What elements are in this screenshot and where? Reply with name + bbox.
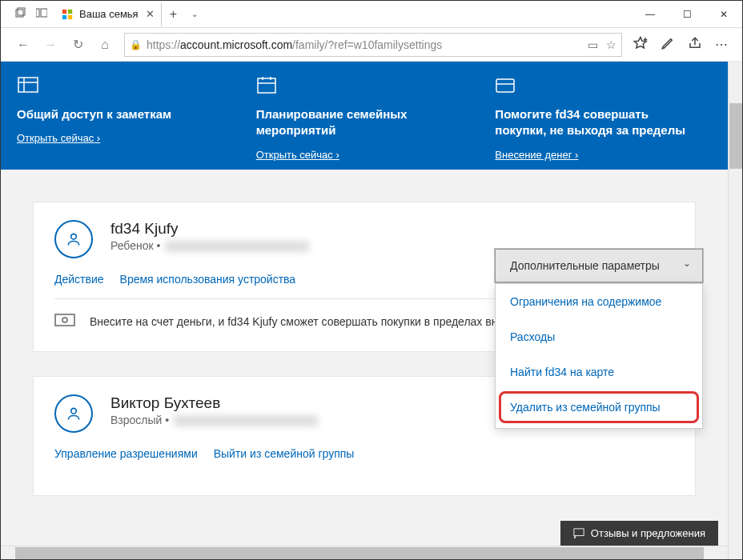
svg-rect-3	[41, 9, 47, 17]
ms-favicon-icon	[62, 9, 73, 20]
minimize-button[interactable]: —	[632, 1, 669, 28]
member-email-blurred	[174, 415, 318, 426]
member-link-leave-family[interactable]: Выйти из семейной группы	[214, 447, 355, 460]
hero-card-notes: Общий доступ к заметкам Открыть сейчас	[17, 76, 234, 162]
svg-rect-13	[258, 78, 275, 93]
lock-icon: 🔒	[130, 39, 142, 50]
tab-title: Ваша семья	[79, 8, 139, 20]
maximize-button[interactable]: ☐	[669, 1, 705, 28]
svg-rect-2	[36, 9, 39, 17]
vertical-scrollbar[interactable]	[728, 62, 742, 559]
hero-card-action[interactable]: Внесение денег	[495, 149, 578, 161]
money-icon	[54, 314, 75, 334]
more-icon[interactable]: ⋯	[715, 37, 728, 52]
address-bar[interactable]: 🔒 https://account.microsoft.com/family/?…	[124, 33, 622, 57]
menu-item-spending[interactable]: Расходы	[496, 319, 702, 354]
close-button[interactable]: ✕	[705, 1, 742, 28]
svg-point-21	[62, 318, 67, 322]
hero-card-money: Помогите fd34 совершать покупки, не выхо…	[495, 76, 712, 162]
hero-card-title: Общий доступ к заметкам	[17, 106, 209, 122]
browser-tabs: Ваша семья ✕ + ⌄	[52, 1, 204, 28]
feedback-label: Отзывы и предложения	[591, 527, 705, 539]
svg-point-19	[71, 234, 77, 239]
svg-rect-6	[62, 14, 66, 18]
home-button[interactable]: ⌂	[97, 38, 113, 52]
favorites-hub-icon[interactable]	[633, 36, 648, 54]
hero-card-action[interactable]: Открыть сейчас	[17, 132, 100, 144]
browser-toolbar: ← → ↻ ⌂ 🔒 https://account.microsoft.com/…	[1, 28, 742, 62]
member-links: Управление разрешениями Выйти из семейно…	[54, 447, 674, 460]
active-tab[interactable]: Ваша семья ✕	[52, 2, 162, 26]
window-titlebar: Ваша семья ✕ + ⌄ — ☐ ✕	[1, 1, 742, 28]
favorite-icon[interactable]: ☆	[606, 38, 616, 51]
horizontal-scrollbar[interactable]	[1, 546, 728, 559]
hero-cards: Общий доступ к заметкам Открыть сейчас П…	[1, 62, 728, 170]
member-link-permissions[interactable]: Управление разрешениями	[54, 447, 198, 460]
sidebyside-icon	[36, 7, 47, 22]
hero-card-title: Помогите fd34 совершать покупки, не выхо…	[495, 106, 687, 139]
members-list: fd34 Kjufy Ребенок • Действие Время испо…	[1, 170, 728, 496]
svg-rect-20	[55, 314, 74, 326]
window-shell-icons	[1, 7, 47, 22]
share-icon[interactable]	[688, 36, 702, 54]
svg-rect-17	[496, 79, 514, 92]
menu-item-find-on-map[interactable]: Найти fd34 на карте	[496, 354, 702, 390]
member-name: Виктор Бухтеев	[110, 394, 318, 412]
url-text: https://account.microsoft.com/family/?re…	[147, 38, 442, 51]
svg-rect-5	[68, 9, 72, 13]
toolbar-right-icons: ⋯	[633, 36, 728, 54]
svg-point-22	[71, 408, 77, 414]
window-controls: — ☐ ✕	[632, 1, 742, 28]
menu-item-content-restrictions[interactable]: Ограничения на содержимое	[496, 284, 702, 319]
svg-rect-4	[62, 9, 66, 13]
refresh-button[interactable]: ↻	[70, 37, 86, 52]
member-role: Ребенок •	[110, 239, 309, 252]
svg-rect-0	[18, 8, 25, 15]
hero-card-calendar: Планирование семейных мероприятий Открыт…	[256, 76, 473, 162]
avatar	[54, 220, 93, 258]
more-options-menu: Ограничения на содержимое Расходы Найти …	[495, 283, 703, 429]
member-name: fd34 Kjufy	[110, 220, 309, 238]
tab-dropdown-icon[interactable]: ⌄	[185, 10, 204, 18]
close-tab-icon[interactable]: ✕	[146, 8, 155, 20]
svg-rect-1	[16, 10, 23, 17]
notebook-icon	[17, 76, 234, 98]
member-email-blurred	[165, 241, 309, 252]
cascade-icon	[15, 7, 26, 22]
member-link-screentime[interactable]: Время использования устройства	[120, 273, 296, 286]
new-tab-button[interactable]: +	[162, 7, 185, 22]
feedback-button[interactable]: Отзывы и предложения	[560, 521, 718, 546]
more-options-dropdown[interactable]: Дополнительные параметры	[495, 249, 703, 282]
feedback-icon	[573, 528, 584, 539]
svg-rect-10	[18, 78, 38, 92]
reading-view-icon[interactable]: ▭	[588, 38, 598, 51]
forward-button[interactable]: →	[42, 38, 58, 52]
hero-card-action[interactable]: Открыть сейчас	[256, 149, 339, 161]
wallet-icon	[495, 76, 712, 98]
member-link-activity[interactable]: Действие	[54, 273, 104, 286]
avatar	[54, 394, 93, 433]
svg-rect-7	[68, 14, 72, 18]
calendar-icon	[256, 76, 473, 98]
menu-item-remove-from-family[interactable]: Удалить из семейной группы	[499, 391, 699, 423]
member-card: fd34 Kjufy Ребенок • Действие Время испо…	[33, 202, 696, 352]
page-content: Общий доступ к заметкам Открыть сейчас П…	[1, 62, 728, 546]
page-viewport: Общий доступ к заметкам Открыть сейчас П…	[1, 62, 742, 559]
svg-rect-23	[574, 528, 584, 535]
notes-icon[interactable]	[661, 36, 675, 54]
member-role: Взрослый •	[110, 414, 318, 426]
back-button[interactable]: ←	[15, 38, 31, 52]
hero-card-title: Планирование семейных мероприятий	[256, 106, 448, 139]
